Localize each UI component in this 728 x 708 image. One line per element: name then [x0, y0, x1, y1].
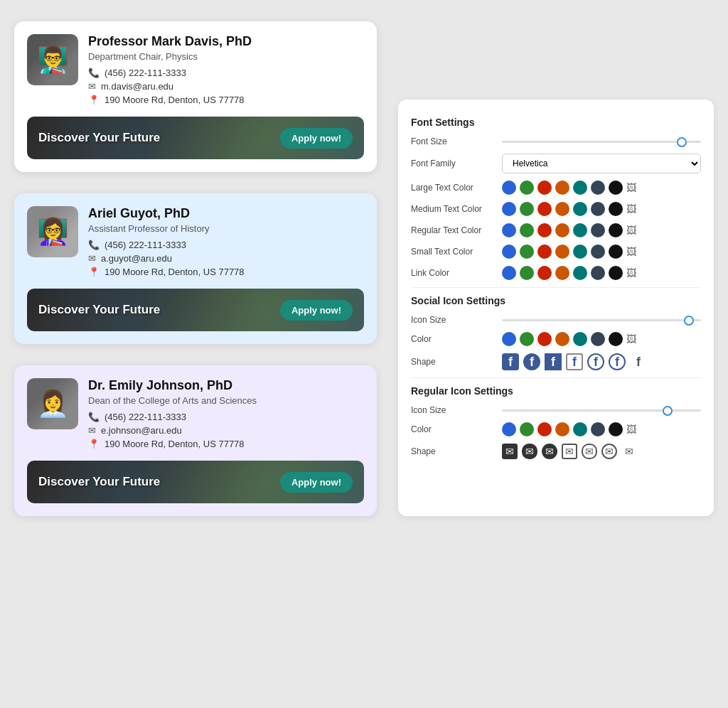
copy-icon-r[interactable]: 🖼 [626, 225, 636, 236]
swatch-green-m[interactable] [520, 202, 534, 216]
swatch-blue-si[interactable] [502, 332, 516, 346]
swatch-red-si[interactable] [537, 332, 552, 346]
swatch-black-r[interactable] [609, 223, 623, 237]
swatch-blue[interactable] [502, 181, 516, 195]
copy-icon-m[interactable]: 🖼 [626, 203, 636, 215]
swatch-dark-m[interactable] [591, 202, 605, 216]
contact-address-1: 📍 190 Moore Rd, Denton, US 77778 [88, 95, 364, 105]
profile-info-1: Professor Mark Davis, PhD Department Cha… [88, 34, 364, 108]
profile-name-2: Ariel Guyot, PhD [88, 206, 364, 221]
font-family-select-container: Helvetica Arial Times New Roman Georgia [502, 154, 701, 173]
swatch-green-s[interactable] [520, 245, 534, 259]
phone-icon-2: 📞 [88, 240, 100, 250]
small-text-color-swatches: 🖼 [502, 245, 701, 259]
banner-1: Discover Your Future Apply now! [27, 117, 364, 159]
swatch-teal[interactable] [573, 181, 587, 195]
email-shape-rounded[interactable]: ✉ [522, 444, 537, 459]
swatch-green-si[interactable] [520, 332, 534, 346]
swatch-blue-r[interactable] [502, 223, 516, 237]
fb-shape-plain[interactable]: f [630, 353, 647, 370]
swatch-orange-s[interactable] [555, 245, 569, 259]
swatch-red-r[interactable] [537, 223, 552, 237]
font-family-select[interactable]: Helvetica Arial Times New Roman Georgia [502, 154, 701, 173]
swatch-orange-r[interactable] [555, 223, 569, 237]
location-icon-1: 📍 [88, 95, 100, 105]
swatch-green-r[interactable] [520, 223, 534, 237]
social-icon-shapes: f f f f f f f [502, 353, 701, 370]
profile-header-3: Dr. Emily Johnson, PhD Dean of the Colle… [27, 378, 364, 452]
swatch-red[interactable] [537, 181, 552, 195]
phone-icon-3: 📞 [88, 412, 100, 422]
swatch-black-si[interactable] [609, 332, 623, 346]
avatar-1 [27, 34, 78, 85]
banner-btn-1[interactable]: Apply now! [280, 128, 353, 149]
font-size-slider[interactable] [502, 141, 701, 143]
swatch-red-l[interactable] [537, 266, 552, 280]
swatch-blue-m[interactable] [502, 202, 516, 216]
fb-shape-solid-square[interactable]: f [545, 353, 562, 370]
swatch-orange-l[interactable] [555, 266, 569, 280]
swatch-dark-l[interactable] [591, 266, 605, 280]
regular-icon-size-slider[interactable] [502, 409, 701, 412]
regular-icon-color-swatches: 🖼 [502, 422, 701, 436]
link-color-row: Link Color 🖼 [411, 266, 701, 280]
social-icon-color-label: Color [411, 334, 496, 344]
swatch-blue-s[interactable] [502, 245, 516, 259]
link-color-swatches: 🖼 [502, 266, 701, 280]
swatch-dark-ri[interactable] [591, 422, 605, 436]
swatch-black-m[interactable] [609, 202, 623, 216]
swatch-orange-si[interactable] [555, 332, 569, 346]
fb-shape-solid-blue[interactable]: f [502, 353, 519, 370]
swatch-teal-l[interactable] [573, 266, 587, 280]
swatch-dark-s[interactable] [591, 245, 605, 259]
swatch-dark[interactable] [591, 181, 605, 195]
copy-icon[interactable]: 🖼 [626, 182, 636, 193]
fb-shape-circle-outline[interactable]: f [587, 353, 604, 370]
swatch-red-m[interactable] [537, 202, 552, 216]
swatch-green-l[interactable] [520, 266, 534, 280]
swatch-dark-r[interactable] [591, 223, 605, 237]
swatch-green[interactable] [520, 181, 534, 195]
medium-text-color-swatches: 🖼 [502, 202, 701, 216]
swatch-black-ri[interactable] [609, 422, 623, 436]
link-color-label: Link Color [411, 268, 496, 278]
copy-icon-si[interactable]: 🖼 [626, 333, 636, 345]
swatch-teal-m[interactable] [573, 202, 587, 216]
swatch-green-ri[interactable] [520, 422, 534, 436]
contact-address-3: 📍 190 Moore Rd, Denton, US 77778 [88, 439, 364, 449]
banner-btn-2[interactable]: Apply now! [280, 300, 353, 321]
email-shape-outline-sq[interactable]: ✉ [562, 444, 577, 459]
swatch-dark-si[interactable] [591, 332, 605, 346]
swatch-blue-l[interactable] [502, 266, 516, 280]
swatch-black-s[interactable] [609, 245, 623, 259]
swatch-black[interactable] [609, 181, 623, 195]
swatch-orange-ri[interactable] [555, 422, 569, 436]
swatch-teal-r[interactable] [573, 223, 587, 237]
email-shape-circle[interactable]: ✉ [542, 444, 557, 459]
copy-icon-l[interactable]: 🖼 [626, 267, 636, 279]
email-shape-solid[interactable]: ✉ [502, 444, 518, 459]
swatch-teal-si[interactable] [573, 332, 587, 346]
email-shape-outline-circle[interactable]: ✉ [601, 444, 617, 459]
swatch-red-s[interactable] [537, 245, 552, 259]
swatch-black-l[interactable] [609, 266, 623, 280]
fb-shape-solid-rounded[interactable]: f [523, 353, 540, 370]
swatch-red-ri[interactable] [537, 422, 552, 436]
social-icon-shape-row: Shape f f f f f f f [411, 353, 701, 370]
swatch-teal-s[interactable] [573, 245, 587, 259]
email-shape-plain[interactable]: ✉ [621, 444, 637, 459]
swatch-orange[interactable] [555, 181, 569, 195]
social-icon-size-slider[interactable] [502, 319, 701, 321]
email-shape-outline-rounded[interactable]: ✉ [582, 444, 597, 459]
fb-shape-outline[interactable]: f [566, 353, 583, 370]
banner-btn-3[interactable]: Apply now! [280, 472, 353, 493]
contact-phone-3: 📞 (456) 222-111-3333 [88, 412, 364, 422]
small-text-color-row: Small Text Color 🖼 [411, 245, 701, 259]
copy-icon-ri[interactable]: 🖼 [626, 424, 636, 435]
swatch-blue-ri[interactable] [502, 422, 516, 436]
swatch-orange-m[interactable] [555, 202, 569, 216]
avatar-3 [27, 378, 78, 429]
fb-shape-rounded-outline[interactable]: f [609, 353, 626, 370]
copy-icon-s[interactable]: 🖼 [626, 246, 636, 257]
swatch-teal-ri[interactable] [573, 422, 587, 436]
